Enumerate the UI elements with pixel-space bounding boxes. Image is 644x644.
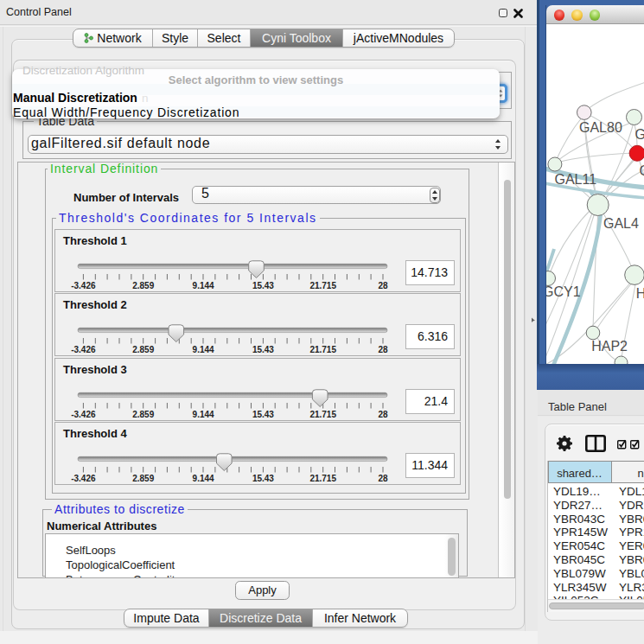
svg-text:C: C [639, 163, 644, 178]
svg-text:GAL11: GAL11 [554, 171, 596, 186]
svg-text:GCY1: GCY1 [546, 284, 581, 299]
svg-text:H: H [635, 285, 644, 300]
svg-text:GAL4: GAL4 [603, 216, 639, 231]
svg-text:GA: GA [634, 126, 644, 141]
svg-text:HAP2: HAP2 [591, 338, 628, 353]
svg-text:GAL80: GAL80 [579, 120, 622, 135]
